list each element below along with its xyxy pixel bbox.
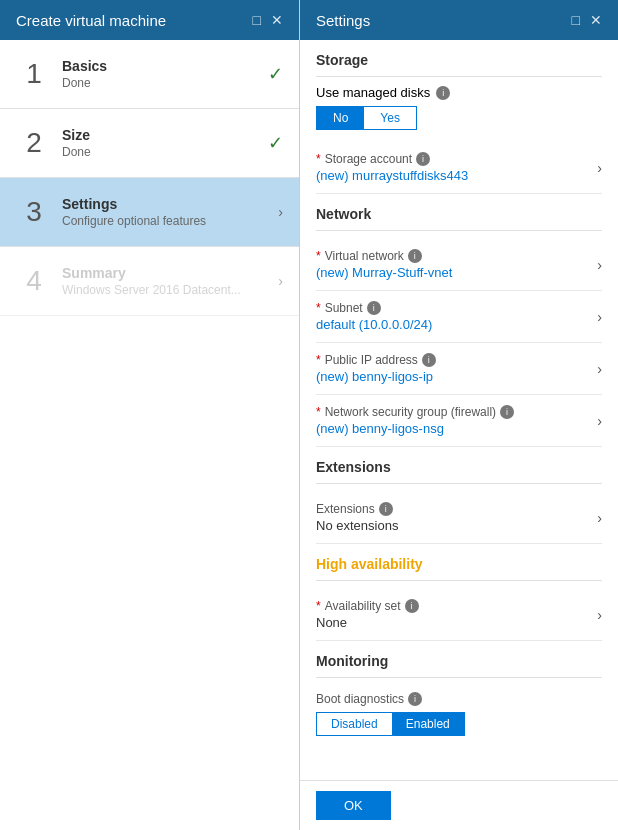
step-3[interactable]: 3 Settings Configure optional features › xyxy=(0,178,299,247)
virtual-network-left: * Virtual network i (new) Murray-Stuff-v… xyxy=(316,249,589,280)
subnet-info-icon: i xyxy=(367,301,381,315)
left-close-icon[interactable]: ✕ xyxy=(271,12,283,28)
extensions-section-header: Extensions xyxy=(316,459,602,475)
virtual-network-row[interactable]: * Virtual network i (new) Murray-Stuff-v… xyxy=(316,239,602,291)
right-panel-title: Settings xyxy=(316,12,370,29)
step-2-title: Size xyxy=(62,127,260,143)
boot-diagnostics-label-row: Boot diagnostics i xyxy=(316,692,602,706)
nsg-value: (new) benny-ligos-nsg xyxy=(316,421,589,436)
step-2[interactable]: 2 Size Done ✓ xyxy=(0,109,299,178)
step-4: 4 Summary Windows Server 2016 Datacent..… xyxy=(0,247,299,316)
nsg-label: Network security group (firewall) xyxy=(325,405,496,419)
nsg-info-icon: i xyxy=(500,405,514,419)
virtual-network-required-star: * xyxy=(316,249,321,263)
right-footer: OK xyxy=(300,780,618,830)
managed-disks-info-icon: i xyxy=(436,86,450,100)
step-1[interactable]: 1 Basics Done ✓ xyxy=(0,40,299,109)
subnet-value: default (10.0.0.0/24) xyxy=(316,317,589,332)
step-1-title: Basics xyxy=(62,58,260,74)
step-3-chevron-icon: › xyxy=(278,204,283,220)
extensions-value: No extensions xyxy=(316,518,589,533)
step-1-number: 1 xyxy=(16,58,52,90)
step-2-info: Size Done xyxy=(62,127,260,159)
step-4-number: 4 xyxy=(16,265,52,297)
extensions-left: Extensions i No extensions xyxy=(316,502,589,533)
storage-account-left: * Storage account i (new) murraystuffdis… xyxy=(316,152,589,183)
boot-diagnostics-enabled-button[interactable]: Enabled xyxy=(392,713,464,735)
step-4-info: Summary Windows Server 2016 Datacent... xyxy=(62,265,270,297)
virtual-network-chevron-icon: › xyxy=(597,257,602,273)
network-section-header: Network xyxy=(316,206,602,222)
right-panel: Settings □ ✕ Storage Use managed disks i… xyxy=(300,0,618,830)
subnet-left: * Subnet i default (10.0.0.0/24) xyxy=(316,301,589,332)
step-1-subtitle: Done xyxy=(62,76,260,90)
step-4-subtitle: Windows Server 2016 Datacent... xyxy=(62,283,270,297)
step-4-title: Summary xyxy=(62,265,270,281)
virtual-network-info-icon: i xyxy=(408,249,422,263)
nsg-chevron-icon: › xyxy=(597,413,602,429)
step-1-info: Basics Done xyxy=(62,58,260,90)
storage-account-required-star: * xyxy=(316,152,321,166)
managed-disks-no-button[interactable]: No xyxy=(317,107,364,129)
subnet-label: Subnet xyxy=(325,301,363,315)
public-ip-info-icon: i xyxy=(422,353,436,367)
step-4-chevron-icon: › xyxy=(278,273,283,289)
storage-account-row[interactable]: * Storage account i (new) murraystuffdis… xyxy=(316,142,602,194)
availability-set-label: Availability set xyxy=(325,599,401,613)
availability-set-info-icon: i xyxy=(405,599,419,613)
extensions-chevron-icon: › xyxy=(597,510,602,526)
subnet-row[interactable]: * Subnet i default (10.0.0.0/24) › xyxy=(316,291,602,343)
extensions-info-icon: i xyxy=(379,502,393,516)
boot-diagnostics-label: Boot diagnostics xyxy=(316,692,404,706)
availability-set-left: * Availability set i None xyxy=(316,599,589,630)
extensions-row[interactable]: Extensions i No extensions › xyxy=(316,492,602,544)
step-1-check-icon: ✓ xyxy=(268,63,283,85)
monitoring-divider xyxy=(316,677,602,678)
managed-disks-yes-button[interactable]: Yes xyxy=(364,107,416,129)
storage-section-header: Storage xyxy=(316,52,602,68)
extensions-label-row: Extensions i xyxy=(316,502,589,516)
step-2-check-icon: ✓ xyxy=(268,132,283,154)
managed-disks-label: Use managed disks xyxy=(316,85,430,100)
boot-diagnostics-container: Boot diagnostics i Disabled Enabled xyxy=(316,686,602,748)
availability-set-row[interactable]: * Availability set i None › xyxy=(316,589,602,641)
extensions-divider xyxy=(316,483,602,484)
step-2-number: 2 xyxy=(16,127,52,159)
right-content: Storage Use managed disks i No Yes * Sto… xyxy=(300,40,618,780)
right-header-icons: □ ✕ xyxy=(572,12,602,28)
nsg-row[interactable]: * Network security group (firewall) i (n… xyxy=(316,395,602,447)
extensions-label: Extensions xyxy=(316,502,375,516)
virtual-network-label: Virtual network xyxy=(325,249,404,263)
virtual-network-value: (new) Murray-Stuff-vnet xyxy=(316,265,589,280)
step-2-subtitle: Done xyxy=(62,145,260,159)
public-ip-left: * Public IP address i (new) benny-ligos-… xyxy=(316,353,589,384)
step-3-subtitle: Configure optional features xyxy=(62,214,270,228)
availability-set-label-row: * Availability set i xyxy=(316,599,589,613)
public-ip-row[interactable]: * Public IP address i (new) benny-ligos-… xyxy=(316,343,602,395)
left-minimize-icon[interactable]: □ xyxy=(253,12,261,28)
right-close-icon[interactable]: ✕ xyxy=(590,12,602,28)
left-panel: Create virtual machine □ ✕ 1 Basics Done… xyxy=(0,0,300,830)
boot-diagnostics-toggle-group[interactable]: Disabled Enabled xyxy=(316,712,465,736)
storage-account-label: Storage account xyxy=(325,152,412,166)
public-ip-value: (new) benny-ligos-ip xyxy=(316,369,589,384)
storage-account-chevron-icon: › xyxy=(597,160,602,176)
right-minimize-icon[interactable]: □ xyxy=(572,12,580,28)
left-header: Create virtual machine □ ✕ xyxy=(0,0,299,40)
boot-diagnostics-disabled-button[interactable]: Disabled xyxy=(317,713,392,735)
nsg-left: * Network security group (firewall) i (n… xyxy=(316,405,589,436)
monitoring-section-header: Monitoring xyxy=(316,653,602,669)
network-divider xyxy=(316,230,602,231)
virtual-network-label-row: * Virtual network i xyxy=(316,249,589,263)
boot-diagnostics-info-icon: i xyxy=(408,692,422,706)
public-ip-label: Public IP address xyxy=(325,353,418,367)
high-availability-divider xyxy=(316,580,602,581)
subnet-chevron-icon: › xyxy=(597,309,602,325)
step-3-number: 3 xyxy=(16,196,52,228)
availability-set-value: None xyxy=(316,615,589,630)
ok-button[interactable]: OK xyxy=(316,791,391,820)
storage-account-value: (new) murraystuffdisks443 xyxy=(316,168,589,183)
wizard-steps: 1 Basics Done ✓ 2 Size Done ✓ 3 Settings… xyxy=(0,40,299,830)
nsg-label-row: * Network security group (firewall) i xyxy=(316,405,589,419)
managed-disks-toggle-group[interactable]: No Yes xyxy=(316,106,417,130)
